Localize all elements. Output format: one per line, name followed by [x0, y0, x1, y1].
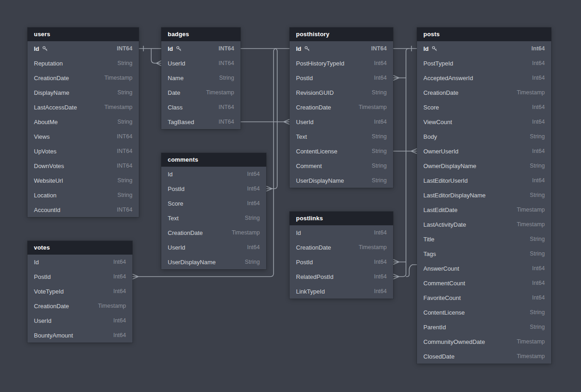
table-body-posts: IdInt64PostTypeIdInt64AcceptedAnswerIdIn…: [417, 41, 551, 364]
field-row-posts-lastactivitydate[interactable]: LastActivityDateTimestamp: [417, 217, 551, 232]
field-row-badges-id[interactable]: IdINT64: [161, 41, 241, 56]
table-comments[interactable]: commentsIdInt64PostIdInt64ScoreInt64Text…: [161, 153, 266, 269]
field-row-posthistory-contentlicense[interactable]: ContentLicenseString: [290, 144, 393, 158]
er-diagram-canvas[interactable]: usersIdINT64ReputationStringCreationDate…: [0, 0, 581, 392]
table-header-postlinks[interactable]: postlinks: [290, 212, 393, 225]
table-header-posts[interactable]: posts: [417, 27, 551, 41]
field-row-votes-postid[interactable]: PostIdInt64: [27, 269, 132, 284]
field-type: Timestamp: [104, 75, 132, 81]
field-row-posts-acceptedanswerid[interactable]: AcceptedAnswerIdInt64: [417, 71, 551, 85]
field-name: PostId: [296, 259, 313, 266]
field-row-posthistory-userdisplayname[interactable]: UserDisplayNameString: [290, 173, 393, 188]
field-row-posthistory-comment[interactable]: CommentString: [290, 158, 393, 173]
field-row-posts-ownerdisplayname[interactable]: OwnerDisplayNameString: [417, 158, 551, 173]
field-row-posthistory-text[interactable]: TextString: [290, 129, 393, 144]
field-type: Int64: [374, 119, 387, 125]
field-row-posts-favoritecount[interactable]: FavoriteCountInt64: [417, 290, 551, 305]
field-row-users-websiteurl[interactable]: WebsiteUrlString: [27, 173, 139, 188]
field-row-users-id[interactable]: IdINT64: [27, 41, 139, 56]
field-row-posts-score[interactable]: ScoreInt64: [417, 100, 551, 114]
field-row-badges-userid[interactable]: UserIdINT64: [161, 56, 241, 71]
table-title: users: [34, 31, 50, 38]
field-row-users-creationdate[interactable]: CreationDateTimestamp: [27, 71, 139, 85]
field-type: String: [530, 236, 545, 242]
field-row-users-location[interactable]: LocationString: [27, 188, 139, 202]
field-row-comments-id[interactable]: IdInt64: [161, 167, 266, 181]
field-row-comments-text[interactable]: TextString: [161, 211, 266, 225]
field-row-posts-posttypeid[interactable]: PostTypeIdInt64: [417, 56, 551, 71]
table-body-votes: IdInt64PostIdInt64VoteTypeIdInt64Creatio…: [27, 255, 132, 343]
field-type: String: [117, 60, 132, 66]
field-row-posts-viewcount[interactable]: ViewCountInt64: [417, 114, 551, 129]
field-row-users-reputation[interactable]: ReputationString: [27, 56, 139, 71]
field-row-posts-parentid[interactable]: ParentIdString: [417, 320, 551, 334]
field-name: UserDisplayName: [168, 259, 216, 266]
field-row-posts-body[interactable]: BodyString: [417, 129, 551, 144]
table-users[interactable]: usersIdINT64ReputationStringCreationDate…: [27, 27, 139, 217]
table-header-users[interactable]: users: [27, 27, 139, 41]
field-row-posts-id[interactable]: IdInt64: [417, 41, 551, 56]
field-row-users-accountid[interactable]: AccountIdINT64: [27, 202, 139, 217]
field-row-users-lastaccessdate[interactable]: LastAccessDateTimestamp: [27, 100, 139, 114]
field-row-postlinks-id[interactable]: IdInt64: [290, 225, 393, 240]
field-row-posthistory-posthistorytypeid[interactable]: PostHistoryTypeIdInt64: [290, 56, 393, 71]
field-row-posts-answercount[interactable]: AnswerCountInt64: [417, 261, 551, 276]
table-title: comments: [168, 156, 198, 163]
table-posts[interactable]: postsIdInt64PostTypeIdInt64AcceptedAnswe…: [417, 27, 551, 364]
field-row-posts-contentlicense[interactable]: ContentLicenseString: [417, 305, 551, 320]
field-row-posts-tags[interactable]: TagsString: [417, 246, 551, 261]
field-row-posts-owneruserid[interactable]: OwnerUserIdInt64: [417, 144, 551, 158]
field-row-users-downvotes[interactable]: DownVotesINT64: [27, 158, 139, 173]
field-row-postlinks-relatedpostid[interactable]: RelatedPostIdInt64: [290, 269, 393, 284]
field-row-users-upvotes[interactable]: UpVotesINT64: [27, 144, 139, 158]
relationship-edge: [393, 265, 417, 279]
field-row-comments-score[interactable]: ScoreInt64: [161, 196, 266, 211]
field-row-badges-date[interactable]: DateTimestamp: [161, 85, 241, 100]
field-row-posts-title[interactable]: TitleString: [417, 232, 551, 246]
field-row-users-displayname[interactable]: DisplayNameString: [27, 85, 139, 100]
field-type: String: [245, 215, 260, 221]
field-row-posthistory-postid[interactable]: PostIdInt64: [290, 71, 393, 85]
field-type: Int64: [374, 288, 387, 294]
table-badges[interactable]: badgesIdINT64UserIdINT64NameStringDateTi…: [161, 27, 241, 129]
table-votes[interactable]: votesIdInt64PostIdInt64VoteTypeIdInt64Cr…: [27, 241, 132, 343]
field-row-votes-bountyamount[interactable]: BountyAmountInt64: [27, 328, 132, 343]
field-type: Timestamp: [98, 303, 126, 309]
field-row-posthistory-id[interactable]: IdINT64: [290, 41, 393, 56]
field-row-badges-class[interactable]: ClassINT64: [161, 100, 241, 114]
field-row-posts-lasteditordisplayname[interactable]: LastEditorDisplayNameString: [417, 188, 551, 202]
field-row-posts-lasteditoruserid[interactable]: LastEditorUserIdInt64: [417, 173, 551, 188]
field-row-votes-id[interactable]: IdInt64: [27, 255, 132, 269]
table-posthistory[interactable]: posthistoryIdINT64PostHistoryTypeIdInt64…: [290, 27, 393, 188]
field-row-postlinks-creationdate[interactable]: CreationDateTimestamp: [290, 240, 393, 255]
field-row-posthistory-revisionguid[interactable]: RevisionGUIDString: [290, 85, 393, 100]
field-row-users-aboutme[interactable]: AboutMeString: [27, 114, 139, 129]
field-row-posts-lasteditdate[interactable]: LastEditDateTimestamp: [417, 202, 551, 217]
field-row-postlinks-linktypeid[interactable]: LinkTypeIdInt64: [290, 284, 393, 299]
field-row-comments-userid[interactable]: UserIdInt64: [161, 240, 266, 255]
table-postlinks[interactable]: postlinksIdInt64CreationDateTimestampPos…: [290, 212, 393, 299]
table-header-posthistory[interactable]: posthistory: [290, 27, 393, 41]
field-row-comments-userdisplayname[interactable]: UserDisplayNameString: [161, 255, 266, 269]
field-row-badges-tagbased[interactable]: TagBasedINT64: [161, 114, 241, 129]
field-row-postlinks-postid[interactable]: PostIdInt64: [290, 255, 393, 269]
field-row-comments-creationdate[interactable]: CreationDateTimestamp: [161, 225, 266, 240]
field-row-votes-creationdate[interactable]: CreationDateTimestamp: [27, 299, 132, 313]
field-type: Timestamp: [517, 353, 545, 359]
field-type: String: [372, 148, 387, 154]
field-row-posts-commentcount[interactable]: CommentCountInt64: [417, 276, 551, 290]
field-row-votes-userid[interactable]: UserIdInt64: [27, 313, 132, 328]
field-row-posts-creationdate[interactable]: CreationDateTimestamp: [417, 85, 551, 100]
field-row-comments-postid[interactable]: PostIdInt64: [161, 181, 266, 196]
field-row-posts-communityowneddate[interactable]: CommunityOwnedDateTimestamp: [417, 334, 551, 349]
table-header-badges[interactable]: badges: [161, 27, 241, 41]
field-row-posthistory-userid[interactable]: UserIdInt64: [290, 114, 393, 129]
table-header-votes[interactable]: votes: [27, 241, 132, 255]
field-row-posthistory-creationdate[interactable]: CreationDateTimestamp: [290, 100, 393, 114]
field-row-posts-closeddate[interactable]: ClosedDateTimestamp: [417, 349, 551, 364]
table-header-comments[interactable]: comments: [161, 153, 266, 167]
field-row-votes-votetypeid[interactable]: VoteTypeIdInt64: [27, 284, 132, 299]
field-name: AnswerCount: [423, 265, 459, 272]
field-row-users-views[interactable]: ViewsINT64: [27, 129, 139, 144]
field-row-badges-name[interactable]: NameString: [161, 71, 241, 85]
